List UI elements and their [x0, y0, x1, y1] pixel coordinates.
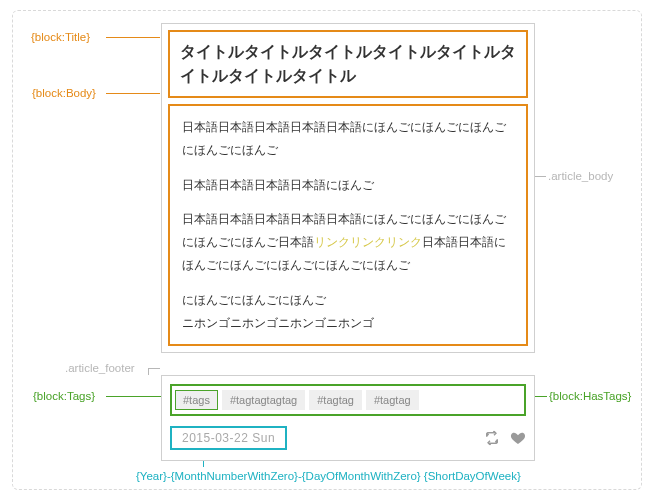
tag[interactable]: #tags — [175, 390, 218, 410]
connector — [106, 37, 160, 38]
connector — [148, 368, 160, 369]
label-block-title: {block:Title} — [31, 32, 90, 44]
date-row: 2015-03-22 Sun — [170, 426, 526, 450]
body-paragraph: にほんごにほんごにほんごニホンゴニホンゴニホンゴニホンゴ — [182, 289, 514, 335]
tags-row: #tags #tagtagtagtag #tagtag #tagtag — [170, 384, 526, 416]
body-text: にほんごにほんごにほんご — [182, 293, 326, 307]
connector — [106, 396, 161, 397]
post-title: タイトルタイトルタイトルタイトルタイトルタイトルタイトルタイトル — [168, 30, 528, 98]
body-paragraph: 日本語日本語日本語日本語にほんご — [182, 174, 514, 197]
post-body: 日本語日本語日本語日本語日本語にほんごにほんごにほんごにほんごにほんご 日本語日… — [168, 104, 528, 346]
label-block-tags: {block:Tags} — [33, 391, 95, 403]
body-text: ニホンゴニホンゴニホンゴニホンゴ — [182, 316, 374, 330]
label-article-footer: .article_footer — [65, 363, 135, 375]
footer-icons — [484, 430, 526, 446]
article-card: タイトルタイトルタイトルタイトルタイトルタイトルタイトルタイトル 日本語日本語日… — [161, 23, 535, 353]
label-block-body: {block:Body} — [32, 88, 96, 100]
post-date[interactable]: 2015-03-22 Sun — [170, 426, 287, 450]
tag[interactable]: #tagtag — [309, 390, 362, 410]
diagram-frame: {block:Title} {Title} {block:Body} {Body… — [12, 10, 642, 490]
connector — [106, 93, 160, 94]
tag[interactable]: #tagtag — [366, 390, 419, 410]
label-block-hastags: {block:HasTags} — [549, 391, 631, 403]
body-paragraph: 日本語日本語日本語日本語日本語にほんごにほんごにほんごにほんごにほんご — [182, 116, 514, 162]
connector — [148, 368, 149, 375]
article-footer: #tags #tagtagtagtag #tagtag #tagtag 2015… — [161, 375, 535, 461]
body-link[interactable]: リンクリンクリンク — [314, 235, 422, 249]
body-paragraph: 日本語日本語日本語日本語日本語にほんごにほんごにほんごにほんごにほんご日本語リン… — [182, 208, 514, 276]
label-date-format: {Year}-{MonthNumberWithZero}-{DayOfMonth… — [136, 471, 521, 483]
label-article-body: .article_body — [548, 171, 613, 183]
heart-icon[interactable] — [510, 430, 526, 446]
tag[interactable]: #tagtagtagtag — [222, 390, 305, 410]
reblog-icon[interactable] — [484, 430, 500, 446]
